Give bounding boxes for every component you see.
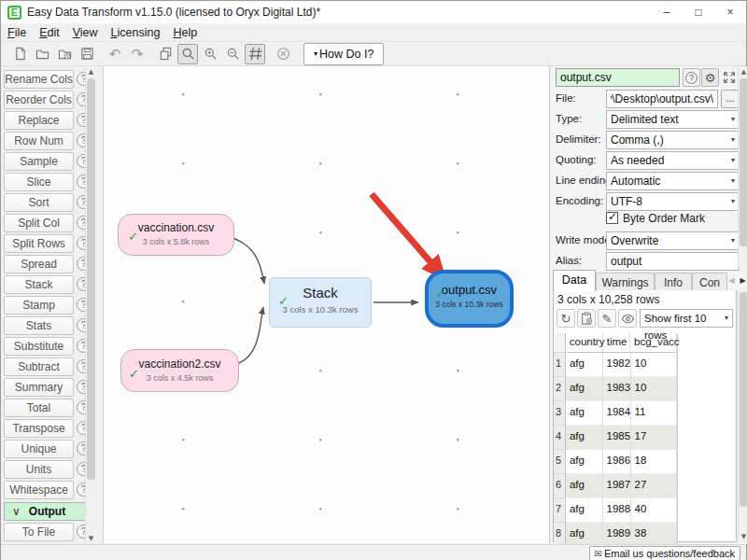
open-file-button[interactable]: [32, 44, 52, 64]
save-button[interactable]: [77, 44, 97, 64]
sidebar-item-transpose[interactable]: Transpose: [4, 419, 74, 438]
panel-help-button[interactable]: ?: [683, 68, 700, 87]
file-path-input[interactable]: [606, 90, 718, 108]
zoom-in-button[interactable]: [200, 44, 220, 64]
row-number: 3: [554, 401, 566, 426]
menu-edit[interactable]: Edit: [33, 24, 66, 41]
sidebar-item-substitute[interactable]: Substitute: [4, 337, 74, 356]
tab-data[interactable]: Data: [553, 270, 596, 291]
table-row[interactable]: 3 afg 1984 11: [554, 401, 677, 426]
menu-view[interactable]: View: [66, 24, 105, 41]
duplicate-button[interactable]: [155, 44, 176, 64]
app-window: E Easy Data Transform v1.15.0 (licensed …: [0, 0, 747, 560]
new-file-button[interactable]: [9, 44, 30, 64]
alias-label: Alias:: [556, 255, 582, 266]
table-row[interactable]: 6 afg 1987 27: [554, 474, 677, 498]
cell: afg: [566, 377, 603, 401]
sidebar-item-stats[interactable]: Stats: [4, 316, 74, 335]
tab-warnings[interactable]: Warnings: [596, 273, 655, 291]
view-button[interactable]: [618, 309, 637, 328]
table-row[interactable]: 5 afg 1986 18: [554, 450, 677, 474]
node-stack[interactable]: ✓ Stack 3 cols x 10.3k rows: [269, 277, 372, 328]
table-row[interactable]: 2 afg 1983 10: [554, 377, 677, 401]
sidebar-item-to-file[interactable]: To File: [4, 523, 74, 541]
zoom-out-button[interactable]: [222, 44, 243, 64]
scroll-down-icon[interactable]: ▼: [739, 531, 747, 542]
node-output-csv-selected[interactable]: ✓ output.csv 3 cols x 10.3k rows: [425, 270, 514, 328]
close-button[interactable]: ×: [714, 2, 746, 22]
browse-button[interactable]: ...: [721, 90, 740, 108]
table-row[interactable]: 4 afg 1985 17: [554, 426, 677, 450]
scroll-up-icon[interactable]: ▲: [739, 66, 747, 77]
cancel-button[interactable]: [273, 44, 293, 64]
sidebar-item-unique[interactable]: Unique: [4, 440, 74, 458]
sidebar-item-spread[interactable]: Spread: [4, 255, 74, 273]
sidebar-item-stamp[interactable]: Stamp: [4, 296, 74, 315]
maximize-button[interactable]: □: [683, 2, 714, 22]
encoding-select[interactable]: UTF-8▾: [606, 192, 740, 211]
minimize-button[interactable]: –: [651, 2, 683, 22]
tab-comments[interactable]: Con: [692, 273, 727, 291]
search-button[interactable]: [177, 44, 198, 64]
table-row[interactable]: 7 afg 1988 40: [554, 498, 677, 523]
undo-button[interactable]: ↶: [105, 44, 125, 64]
alias-input[interactable]: [606, 252, 740, 271]
write-mode-select[interactable]: Overwrite▾: [606, 231, 740, 250]
sidebar-item-split-rows[interactable]: Split Rows: [4, 234, 74, 253]
node-name-input[interactable]: [556, 68, 680, 87]
scrollbar-thumb[interactable]: [87, 78, 95, 480]
menu-licensing[interactable]: Licensing: [105, 24, 167, 41]
sidebar-item-rename-cols[interactable]: Rename Cols: [4, 70, 74, 89]
sidebar-item-sample[interactable]: Sample: [4, 152, 74, 171]
tab-info[interactable]: Info: [655, 273, 692, 291]
edit-button[interactable]: ✎: [598, 309, 616, 328]
sidebar-item-units[interactable]: Units: [4, 460, 74, 479]
menu-help[interactable]: Help: [166, 24, 204, 41]
sidebar-item-stack[interactable]: Stack: [4, 275, 74, 294]
sidebar-item-total[interactable]: Total: [4, 399, 74, 417]
tab-scroll-left-icon[interactable]: ◀: [726, 273, 737, 289]
redo-button[interactable]: ↷: [127, 44, 148, 64]
show-rows-select[interactable]: Show first 10 rows▾: [640, 309, 733, 328]
sidebar-section-output[interactable]: ∨ Output: [4, 502, 91, 521]
scrollbar-thumb[interactable]: [740, 78, 747, 246]
sidebar-item-reorder-cols[interactable]: Reorder Cols: [4, 91, 74, 109]
sidebar-item-whitespace[interactable]: Whitespace: [4, 481, 74, 499]
flow-canvas[interactable]: ✓ vaccination.csv 3 cols x 5.8k rows ✓ v…: [104, 66, 550, 544]
sidebar-item-summary[interactable]: Summary: [4, 378, 74, 397]
panel-settings-button[interactable]: ⚙: [701, 68, 719, 87]
open-recent-button[interactable]: [54, 44, 75, 64]
scroll-up-icon[interactable]: ▲: [86, 66, 96, 77]
table-scrollbar[interactable]: ▼: [738, 290, 747, 542]
encoding-value: UTF-8: [611, 195, 642, 208]
copy-to-clipboard-button[interactable]: [577, 309, 596, 328]
tab-scroll-right-icon[interactable]: ▶: [738, 273, 747, 289]
quoting-select[interactable]: As needed▾: [606, 151, 740, 170]
sidebar-item-row-num[interactable]: Row Num: [4, 132, 74, 150]
panel-expand-button[interactable]: [720, 68, 738, 87]
sidebar-scrollbar[interactable]: ▲ ▼: [85, 66, 95, 544]
column-header-time[interactable]: time: [603, 333, 630, 353]
sidebar-item-sort[interactable]: Sort: [4, 193, 74, 212]
scroll-down-icon[interactable]: ▼: [86, 533, 96, 544]
byte-order-mark-checkbox[interactable]: ✓: [606, 212, 618, 224]
refresh-button[interactable]: ↻: [557, 309, 575, 328]
how-do-i-button[interactable]: ▾ How Do I?: [303, 43, 384, 65]
column-header-bcg-vacc[interactable]: bcg_vacc: [630, 333, 677, 353]
email-feedback-button[interactable]: ✉Email us questions/feedback: [589, 546, 740, 560]
line-endings-select[interactable]: Automatic▾: [606, 172, 740, 190]
grid-snap-button[interactable]: [245, 44, 265, 64]
node-vaccination-csv[interactable]: ✓ vaccination.csv 3 cols x 5.8k rows: [118, 214, 234, 256]
menu-file[interactable]: File: [1, 24, 33, 41]
delimiter-select[interactable]: Comma (,)▾: [606, 131, 740, 149]
type-select[interactable]: Delimited text▾: [606, 110, 740, 129]
column-header-country[interactable]: country: [566, 333, 603, 353]
table-row[interactable]: 1 afg 1982 10: [554, 353, 677, 377]
sidebar-item-subtract[interactable]: Subtract: [4, 357, 74, 376]
sidebar-item-slice[interactable]: Slice: [4, 173, 74, 191]
panel-scrollbar[interactable]: ▲: [738, 66, 747, 268]
scrollbar-thumb[interactable]: [740, 292, 747, 507]
sidebar-item-split-col[interactable]: Split Col: [4, 214, 74, 232]
sidebar-item-replace[interactable]: Replace: [4, 111, 74, 130]
node-vaccination2-csv[interactable]: ✓ vaccination2.csv 3 cols x 4.5k rows: [120, 349, 239, 392]
